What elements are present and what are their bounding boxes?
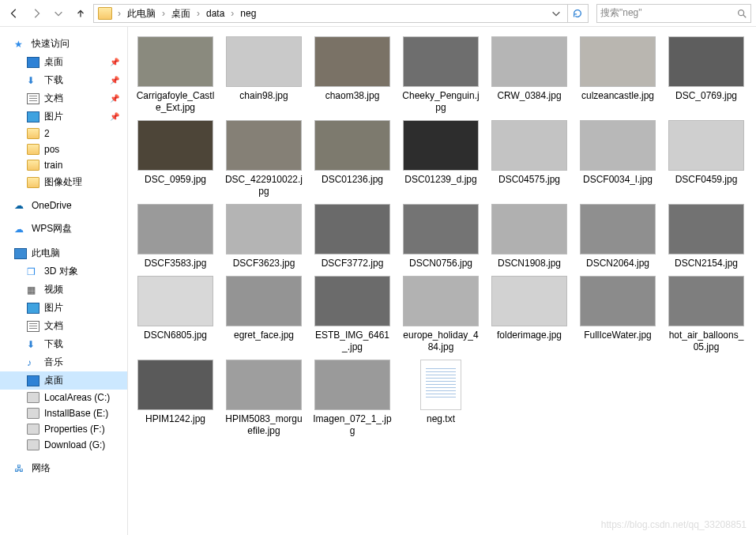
dropdown-button[interactable] <box>547 4 566 23</box>
image-thumbnail <box>314 276 390 326</box>
file-name: DSCF3623.jpg <box>233 258 295 269</box>
image-thumbnail <box>668 120 744 171</box>
file-item[interactable]: DSC_0959.jpg <box>136 120 215 198</box>
chevron-right-icon: › <box>160 8 167 19</box>
crumb[interactable]: 桌面 <box>168 5 194 22</box>
file-item[interactable]: DSCN2064.jpg <box>578 204 657 269</box>
file-name: DSC01239_d.jpg <box>404 174 476 186</box>
file-name: HPIM1242.jpg <box>145 413 205 425</box>
sidebar-onedrive[interactable]: ☁ OneDrive <box>0 198 127 213</box>
pic-icon <box>27 303 39 314</box>
file-item[interactable]: neg.txt <box>401 360 480 437</box>
sidebar-quick-access[interactable]: ★ 快速访问 <box>0 35 127 53</box>
file-item[interactable]: HPIM1242.jpg <box>136 360 215 437</box>
back-button[interactable] <box>5 4 24 23</box>
file-item[interactable]: Imagen_072_1_.jpg <box>313 360 392 437</box>
crumb[interactable]: neg <box>237 5 259 22</box>
sidebar-item[interactable]: ⬇下载 <box>0 335 127 353</box>
refresh-button[interactable] <box>567 4 586 23</box>
file-item[interactable]: DSCF3583.jpg <box>136 204 215 269</box>
sidebar-item[interactable]: ⬇下载📌 <box>0 71 127 89</box>
sidebar-item-label: 文档 <box>44 92 63 105</box>
sidebar-item[interactable]: ❒3D 对象 <box>0 262 127 281</box>
chevron-right-icon[interactable]: › <box>116 8 122 19</box>
image-thumbnail <box>668 204 744 254</box>
sidebar-item[interactable]: LocalAreas (C:) <box>0 390 127 405</box>
recent-dropdown[interactable] <box>49 4 68 23</box>
network-icon: 🖧 <box>14 463 27 474</box>
file-item[interactable]: HPIM5083_morguefile.jpg <box>224 360 303 437</box>
file-item[interactable]: DSC01236.jpg <box>313 120 392 198</box>
image-thumbnail <box>491 276 567 326</box>
file-item[interactable]: DSCF3623.jpg <box>224 204 303 269</box>
search-icon <box>736 8 747 19</box>
sidebar-network[interactable]: 🖧 网络 <box>0 459 127 477</box>
file-item[interactable]: Carrigafoyle_Castle_Ext.jpg <box>136 36 215 114</box>
forward-button[interactable] <box>27 4 46 23</box>
search-input[interactable]: 搜索"neg" <box>596 4 751 23</box>
file-item[interactable]: chaom38.jpg <box>313 36 392 114</box>
file-item[interactable]: folderimage.jpg <box>490 276 569 353</box>
file-item[interactable]: hot_air_balloons_05.jpg <box>667 276 746 353</box>
sidebar-item[interactable]: 图片 <box>0 299 127 317</box>
file-item[interactable]: culzeancastle.jpg <box>578 36 657 114</box>
file-name: Cheeky_Penguin.jpg <box>401 90 480 114</box>
search-placeholder: 搜索"neg" <box>600 6 642 20</box>
file-item[interactable]: DSCN0756.jpg <box>401 204 480 269</box>
sidebar-item[interactable]: 桌面 <box>0 371 127 390</box>
pin-icon: 📌 <box>110 58 119 66</box>
file-name: DSC01236.jpg <box>322 174 383 186</box>
file-item[interactable]: DSC_422910022.jpg <box>224 120 303 198</box>
image-thumbnail <box>580 276 656 326</box>
crumb[interactable]: 此电脑 <box>124 5 159 22</box>
file-item[interactable]: CRW_0384.jpg <box>490 36 569 114</box>
file-item[interactable]: DSCF0034_l.jpg <box>578 120 657 198</box>
file-item[interactable]: DSC_0769.jpg <box>667 36 746 114</box>
sidebar-item-label: 图片 <box>44 301 63 315</box>
sidebar-item[interactable]: 文档 <box>0 317 127 335</box>
sidebar-item[interactable]: InstallBase (E:) <box>0 405 127 421</box>
sidebar-item[interactable]: 图片📌 <box>0 107 127 126</box>
sidebar-item[interactable]: 图像处理 <box>0 173 127 191</box>
file-view: Carrigafoyle_Castle_Ext.jpgchain98.jpgch… <box>128 27 756 535</box>
image-thumbnail <box>403 276 479 326</box>
crumb[interactable]: data <box>203 5 228 22</box>
file-item[interactable]: ESTB_IMG_6461_.jpg <box>313 276 392 353</box>
file-item[interactable]: DSC01239_d.jpg <box>401 120 480 198</box>
file-item[interactable]: DSCF0459.jpg <box>667 120 746 198</box>
file-item[interactable]: DSCF3772.jpg <box>313 204 392 269</box>
file-name: chaom38.jpg <box>325 90 380 102</box>
sidebar-label: 网络 <box>32 462 51 475</box>
sidebar-this-pc[interactable]: 此电脑 <box>0 244 127 262</box>
file-item[interactable]: europe_holiday_484.jpg <box>401 276 480 353</box>
pin-icon: 📌 <box>110 76 119 85</box>
image-thumbnail <box>226 204 302 254</box>
sidebar-item[interactable]: 2 <box>0 126 127 141</box>
up-button[interactable] <box>71 4 90 23</box>
sidebar-item[interactable]: 文档📌 <box>0 89 127 107</box>
file-item[interactable]: FullIceWater.jpg <box>578 276 657 353</box>
sidebar-item[interactable]: 桌面📌 <box>0 53 127 71</box>
sidebar-label: WPS网盘 <box>32 222 72 235</box>
file-item[interactable]: Cheeky_Penguin.jpg <box>401 36 480 114</box>
file-name: DSCF0034_l.jpg <box>583 174 653 186</box>
sidebar-item[interactable]: ♪音乐 <box>0 353 127 371</box>
sidebar-item[interactable]: Properties (F:) <box>0 421 127 437</box>
image-thumbnail <box>491 204 567 254</box>
file-item[interactable]: DSC04575.jpg <box>490 120 569 198</box>
folder-icon <box>27 160 39 171</box>
file-item[interactable]: DSCN2154.jpg <box>667 204 746 269</box>
doc-icon <box>27 93 39 104</box>
sidebar-item[interactable]: ▦视频 <box>0 281 127 299</box>
sidebar-item[interactable]: pos <box>0 141 127 157</box>
file-item[interactable]: DSCN6805.jpg <box>136 276 215 353</box>
chevron-right-icon: › <box>195 8 201 19</box>
sidebar-item[interactable]: Download (G:) <box>0 437 127 453</box>
sidebar-item[interactable]: train <box>0 157 127 173</box>
file-item[interactable]: chain98.jpg <box>224 36 303 114</box>
file-item[interactable]: egret_face.jpg <box>224 276 303 353</box>
breadcrumb[interactable]: › 此电脑 › 桌面 › data › neg <box>93 4 589 23</box>
file-name: DSCN0756.jpg <box>409 258 472 269</box>
sidebar-wps[interactable]: ☁ WPS网盘 <box>0 220 127 238</box>
file-item[interactable]: DSCN1908.jpg <box>490 204 569 269</box>
